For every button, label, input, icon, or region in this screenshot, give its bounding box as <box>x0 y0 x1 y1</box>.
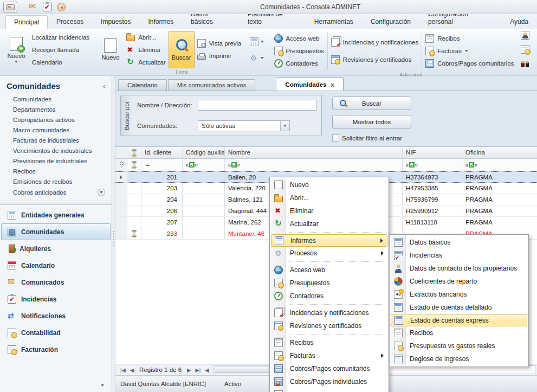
submenu-item-estado-detallado[interactable]: Estado de cuentas detallado <box>391 301 527 314</box>
menu-item-facturas[interactable]: Facturas <box>271 349 387 362</box>
mostrar-todos-button[interactable]: Mostrar todos <box>332 115 411 128</box>
sidebar-item-macro-comunidades[interactable]: Macro-comunidades <box>0 125 112 136</box>
tab-herramientas[interactable]: Herramientas <box>306 15 362 29</box>
module-calendario[interactable]: Calendario <box>1 257 111 274</box>
module-comunicados[interactable]: Comunicados <box>1 274 111 291</box>
buscar-big-button[interactable]: Buscar <box>169 31 195 68</box>
module-incidencias[interactable]: Incidencias <box>1 291 111 307</box>
menu-item-cobros-comunitarios[interactable]: Cobros/Pagos comunitarios <box>271 362 387 375</box>
sidebar-more-chevron-icon[interactable] <box>101 384 104 387</box>
clipboard-check-icon[interactable] <box>43 3 51 11</box>
vertical-splitter[interactable] <box>112 76 115 392</box>
incidencias-notificaciones-button[interactable]: Incidencias y notificaciones <box>328 36 421 48</box>
envelope-icon[interactable] <box>29 3 37 11</box>
menu-item-incidencias-notificaciones[interactable]: Incidencias y notificaciones <box>271 306 387 319</box>
header-oficina[interactable]: Oficina <box>462 147 537 158</box>
people-meeting-icon[interactable] <box>521 59 529 68</box>
grid-view-dropdown[interactable] <box>248 35 266 48</box>
broadcast-icon[interactable] <box>57 3 66 11</box>
menu-item-abrir[interactable]: Abrir... <box>271 191 387 204</box>
localizar-incidencias-button[interactable]: Localizar incidencias <box>29 31 92 43</box>
submenu-item-coeficientes[interactable]: Coeficientes de reparto <box>391 275 527 288</box>
module-notificaciones[interactable]: Notificaciones <box>1 307 111 324</box>
header-id-cliente[interactable]: Id. cliente <box>141 147 183 158</box>
menu-item-nuevo[interactable]: Nuevo <box>271 178 387 191</box>
menu-item-eliminar[interactable]: Eliminar <box>271 204 387 217</box>
abrir-button[interactable]: Abrir... <box>124 31 169 43</box>
tab-procesos[interactable]: Procesos <box>48 15 92 29</box>
presupuestos-button[interactable]: Presupuestos <box>271 45 327 57</box>
calendario-button[interactable]: Calendario <box>29 56 92 68</box>
sidebar-splitter[interactable] <box>0 201 112 205</box>
eliminar-button[interactable]: Eliminar <box>124 43 169 56</box>
vista-previa-button[interactable]: Vista previa <box>195 37 244 50</box>
header-nombre[interactable]: Nombre <box>225 147 403 158</box>
sidebar-item-previsiones[interactable]: Previsiones de industriales <box>0 156 112 166</box>
submenu-item-datos-contacto[interactable]: Datos de contacto de los propietarios <box>391 262 527 275</box>
scroll-left-button[interactable]: ◀ <box>203 367 211 373</box>
sidebar-item-copropietarios[interactable]: Copropietarios activos <box>0 115 112 125</box>
filter-nif[interactable]: aBc <box>403 159 462 171</box>
buscar-button[interactable]: Buscar <box>332 97 411 110</box>
cobros-pagos-comunitarios-button[interactable]: Cobros/Pagos comunitarios <box>423 57 516 70</box>
dropdown-button[interactable] <box>280 121 289 131</box>
filter-oficina[interactable]: aBc <box>462 159 537 171</box>
header-hourglass[interactable] <box>127 147 141 158</box>
comunidades-select[interactable]: Sólo activas <box>198 120 290 131</box>
recibos-button[interactable]: Recibos <box>423 33 516 45</box>
sidebar-item-comunidades[interactable]: Comunidades <box>0 94 112 105</box>
nombre-direccion-input[interactable] <box>198 100 316 111</box>
doc-tab-comunicados-activos[interactable]: Mis comunicados activos <box>168 79 256 91</box>
tab-configuracion[interactable]: Configuración <box>362 15 419 29</box>
menu-item-liquidaciones[interactable]: Liquidaciones <box>271 388 387 392</box>
sidebar-item-departamentos[interactable]: Departamentos <box>0 105 112 115</box>
tab-ayuda[interactable]: Ayuda <box>501 15 537 29</box>
person-card-icon[interactable] <box>521 31 529 40</box>
menu-item-recibos[interactable]: Recibos <box>271 336 387 349</box>
module-facturacion[interactable]: Facturación <box>1 341 111 358</box>
header-codigo-auxiliar[interactable]: Código auxiliar <box>183 147 225 158</box>
module-comunidades[interactable]: Comunidades <box>1 223 111 240</box>
actualizar-button[interactable]: Actualizar <box>124 56 169 68</box>
collapse-chevron-icon[interactable]: ‹ <box>103 82 105 90</box>
submenu-item-presupuesto-vs-gastos[interactable]: Presupuesto vs gastos reales <box>391 339 527 352</box>
close-tab-icon[interactable]: x <box>331 81 334 88</box>
settings-dropdown[interactable] <box>248 52 266 65</box>
doc-tab-comunidades[interactable]: Comunidades x <box>276 78 343 91</box>
submenu-item-extractos[interactable]: 43Extractos bancarios <box>391 288 527 301</box>
submenu-item-datos-basicos[interactable]: Datos básicos <box>391 236 527 249</box>
menu-item-actualizar[interactable]: Actualizar <box>271 217 387 230</box>
sidebar-item-recibos[interactable]: Recibos <box>0 166 112 177</box>
solicitar-filtro-checkbox[interactable] <box>332 134 339 142</box>
next-record-button[interactable]: ▶ <box>185 367 193 373</box>
sidebar-item-cobros-anticipados[interactable]: Cobros anticipados <box>0 187 112 198</box>
menu-item-cobros-individuales[interactable]: Cobros/Pagos individuales <box>271 375 387 388</box>
recoger-llamada-button[interactable]: Recoger llamada <box>29 43 92 56</box>
tab-impuestos[interactable]: Impuestos <box>92 15 139 29</box>
module-alquileres[interactable]: Alquileres <box>1 240 111 257</box>
prev-record-button[interactable]: ◀ <box>128 367 136 373</box>
doc-tab-calendario[interactable]: Calendario <box>118 79 167 91</box>
submenu-item-deglose-ingresos[interactable]: Deglose de ingresos <box>391 352 527 365</box>
ledger-coin-icon[interactable] <box>521 45 529 54</box>
menu-item-contadores[interactable]: Contadores <box>271 290 387 303</box>
tab-principal[interactable]: Principal <box>5 15 48 29</box>
acceso-web-button[interactable]: Acceso web <box>271 33 327 45</box>
lista-nuevo-button[interactable]: Nuevo <box>98 31 124 68</box>
header-nif[interactable]: NIF <box>403 147 462 158</box>
contadores-button[interactable]: Contadores <box>271 57 327 70</box>
first-record-button[interactable]: |◀ <box>118 367 128 373</box>
tab-informes[interactable]: Informes <box>139 15 182 29</box>
submenu-item-estado-express[interactable]: Estado de cuentas express <box>391 314 527 326</box>
app-menu-button[interactable] <box>3 2 17 12</box>
filter-hourglass[interactable] <box>127 159 141 171</box>
module-contabilidad[interactable]: Contabilidad <box>1 324 111 341</box>
sidebar-item-vencimientos[interactable]: Vencimientos de industriales <box>0 146 112 156</box>
last-record-button[interactable]: ▶| <box>193 367 203 373</box>
menu-item-procesos[interactable]: Procesos <box>271 247 387 260</box>
filter-id[interactable]: = <box>141 159 183 171</box>
nuevo-big-button[interactable]: Nuevo <box>3 31 29 68</box>
imprimir-button[interactable]: Imprimir <box>195 50 244 62</box>
menu-item-informes[interactable]: Informes <box>271 234 387 247</box>
facturas-dropdown[interactable]: Facturas <box>423 45 516 57</box>
